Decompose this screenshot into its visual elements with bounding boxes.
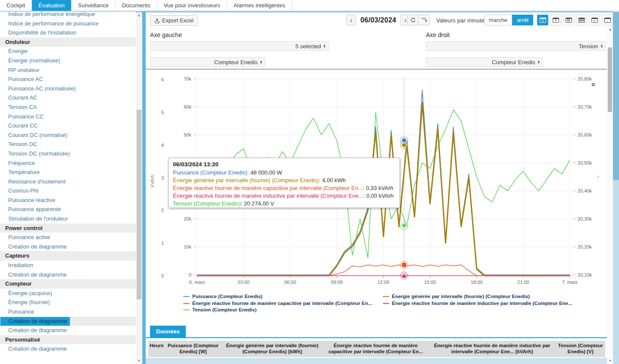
sidebar-item[interactable]: Énergie (acquise): [0, 289, 136, 298]
range-week-button[interactable]: 7: [550, 15, 561, 25]
minute-on-button[interactable]: marche: [484, 15, 512, 25]
date-range-buttons: 1731365∞..: [537, 15, 613, 25]
sidebar-scroll-thumb[interactable]: [137, 110, 141, 299]
tab-donnees[interactable]: Données: [150, 326, 186, 337]
sidebar-item[interactable]: Disponibilité de l'installation: [0, 28, 136, 37]
scroll-up-icon[interactable]: ▲: [607, 27, 613, 33]
sidebar-item[interactable]: Création de diagramme: [0, 326, 136, 335]
sidebar-main-divider: [142, 12, 146, 364]
sidebar-item[interactable]: RP onduleur: [0, 65, 136, 75]
right-axis-device-select[interactable]: Compteur Enedis ▲▼: [426, 57, 543, 67]
tab-surveillance[interactable]: Surveillance: [72, 0, 116, 11]
export-excel-label: Export Excel: [162, 17, 194, 24]
sidebar-item[interactable]: Tension CA: [0, 103, 136, 112]
table-column-header[interactable]: Tension (Compteur Enedis) [V]: [556, 341, 605, 357]
sidebar-item[interactable]: Irradiation: [0, 261, 136, 270]
scroll-down-icon[interactable]: ▼: [136, 358, 142, 364]
page-scrollbar[interactable]: [613, 11, 619, 364]
calendar-icon: 1: [540, 18, 546, 23]
minute-values-toggle: marche arrêt: [484, 15, 533, 25]
tab-documents[interactable]: Documents: [116, 0, 157, 11]
legend-item[interactable]: Énergie générée par intervalle (fournie)…: [383, 293, 585, 300]
sidebar-item[interactable]: Courant CC: [0, 121, 136, 131]
sidebar-item[interactable]: Indice de performance de puissance: [0, 19, 136, 28]
sidebar-item[interactable]: Création de diagramme: [0, 242, 136, 252]
tooltip-row: Énergie générée par intervalle (fournie)…: [173, 177, 395, 184]
range-day-button[interactable]: 1: [537, 15, 548, 25]
select-arrows-icon: ▲▼: [600, 44, 603, 48]
legend-item[interactable]: Tension (Compteur Enedis): [183, 307, 386, 314]
sidebar-item[interactable]: Énergie (normalisée): [0, 56, 136, 65]
table-column-header[interactable]: Énergie réactive fournie de manière indu…: [428, 341, 556, 357]
tab-cockpit[interactable]: Cockpit: [0, 0, 32, 11]
legend-swatch: [383, 303, 389, 304]
table-column-header[interactable]: Énergie réactive fournie de manière capa…: [323, 341, 428, 357]
left-axis-series-select[interactable]: 5 selected ▲▼: [150, 41, 329, 51]
sidebar-item[interactable]: Énergie: [0, 47, 136, 56]
sidebar-item[interactable]: Cosinus-Phi: [0, 186, 136, 196]
right-axis-series-select[interactable]: Tension ▲▼: [426, 41, 606, 51]
sidebar-item[interactable]: Création de diagramme: [0, 344, 136, 354]
export-excel-button[interactable]: Export Excel: [150, 15, 198, 26]
range-month-button[interactable]: 31: [563, 15, 574, 25]
tab-alarmes-intelligentes[interactable]: Alarmes intelligentes: [227, 0, 292, 11]
sidebar-item[interactable]: Puissance active: [0, 233, 136, 242]
sidebar-item[interactable]: Création de diagramme: [0, 270, 136, 280]
range-year-button[interactable]: 365: [576, 15, 587, 25]
main-scroll-thumb[interactable]: [608, 47, 612, 112]
chart-menu-icon[interactable]: ≡: [591, 81, 595, 88]
tooltip-title: 06/03/2024 13:20: [173, 161, 395, 168]
sidebar-scrollbar[interactable]: ▲ ▼: [136, 12, 142, 364]
sidebar-item[interactable]: Fréquence: [0, 159, 136, 168]
legend-swatch: [383, 296, 389, 297]
sidebar-item[interactable]: Puissance AC: [0, 75, 136, 84]
legend-item[interactable]: Puissance (Compteur Enedis): [183, 293, 386, 300]
sidebar-item[interactable]: Courant AC: [0, 93, 136, 103]
sidebar-item[interactable]: Courant DC (normalisé): [0, 131, 136, 140]
range-total-button[interactable]: ∞: [589, 15, 600, 25]
calendar-icon: ..: [604, 18, 611, 23]
jump-to-latest-button[interactable]: [419, 15, 430, 25]
sidebar-item[interactable]: Puissance CC: [0, 112, 136, 121]
right-axis-device-value: Compteur Enedis: [492, 59, 535, 65]
tab--valuation[interactable]: Évaluation: [32, 0, 72, 11]
select-arrows-icon: ▲▼: [538, 60, 540, 64]
sidebar-item[interactable]: Indice de performance énergétique: [0, 12, 136, 19]
left-axis-device-select[interactable]: Compteur Enedis ▲▼: [150, 57, 266, 67]
sidebar-item[interactable]: Énergie (fournie): [0, 298, 136, 307]
sidebar-item[interactable]: Puissance AC (normalisée): [0, 84, 136, 93]
scroll-up-icon[interactable]: ▲: [136, 12, 142, 19]
sidebar-item[interactable]: Température: [0, 168, 136, 177]
sidebar-section-header: Capteurs: [0, 251, 136, 261]
main-scrollbar[interactable]: ▲ ▼: [607, 27, 613, 364]
sidebar-item[interactable]: Tension DC (normalisée): [0, 149, 136, 159]
sidebar-item[interactable]: Puissance réactive: [0, 196, 136, 205]
table-column-header[interactable]: Heure: [148, 341, 165, 357]
minute-off-button[interactable]: arrêt: [512, 15, 533, 25]
date-label[interactable]: 06/03/2024: [356, 16, 400, 24]
table-column-header[interactable]: Puissance (Compteur Enedis) [W]: [165, 341, 222, 357]
sidebar-item[interactable]: Puissance apparente: [0, 205, 136, 214]
axis-collapse-icon[interactable]: ‹: [597, 173, 599, 180]
legend-swatch: [183, 296, 190, 297]
sidebar-item[interactable]: Simulation de l'onduleur: [0, 214, 136, 224]
calendar-icon: 365: [578, 18, 585, 23]
table-column-header[interactable]: Énergie générée par intervalle (fournie)…: [222, 341, 323, 357]
legend-item[interactable]: Énergie réactive fournie de manière indu…: [383, 300, 585, 307]
main-panel: Export Excel ‹ 06/03/2024 › Valeurs par …: [146, 12, 607, 364]
scroll-down-icon[interactable]: ▼: [607, 358, 613, 364]
chart-legend-col1: Puissance (Compteur Enedis)Énergie réact…: [183, 293, 386, 314]
refresh-button[interactable]: [407, 15, 419, 25]
prev-day-button[interactable]: ‹: [346, 15, 356, 25]
tab-bar: CockpitÉvaluationSurveillanceDocumentsVu…: [0, 0, 619, 11]
sidebar-item[interactable]: Résistance d'isolement: [0, 177, 136, 187]
sidebar-item[interactable]: Tension DC: [0, 140, 136, 149]
legend-item[interactable]: Énergie réactive fournie de manière capa…: [183, 300, 386, 307]
calendar-icon: ∞: [591, 18, 598, 23]
right-axis-series-value: Tension: [579, 43, 598, 50]
range-custom-button[interactable]: ..: [602, 15, 613, 25]
sidebar-item[interactable]: Création de diagramme: [0, 317, 70, 326]
tab-vue-pour-investisseurs[interactable]: Vue pour investisseurs: [157, 0, 227, 11]
page-scroll-thumb[interactable]: [613, 12, 619, 180]
sidebar-item[interactable]: Puissance: [0, 307, 136, 317]
